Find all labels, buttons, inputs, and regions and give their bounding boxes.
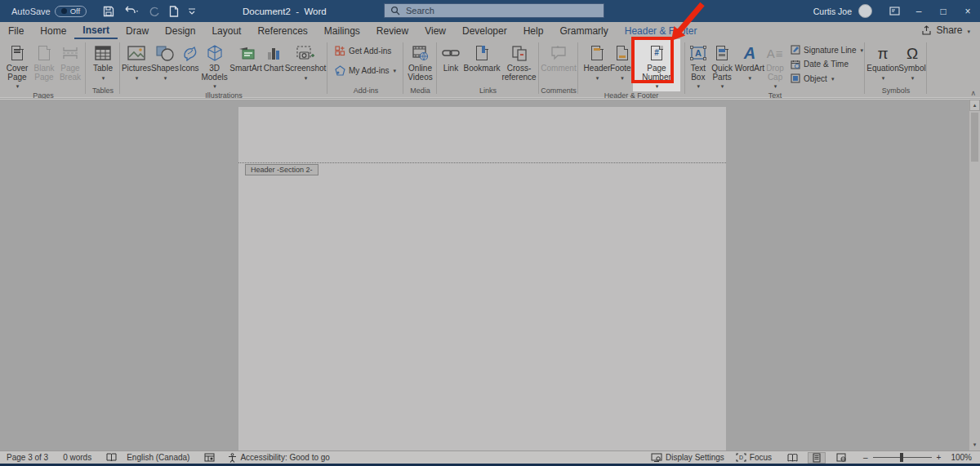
tab-help[interactable]: Help [515,23,552,39]
avatar[interactable] [858,4,872,18]
drop-cap-button[interactable]: A≡ Drop Cap [764,39,786,91]
group-illustrations: Pictures Shapes Icons 3D Models [122,39,326,97]
wordart-button[interactable]: A WordArt [735,39,765,82]
footer-button[interactable]: Footer [611,39,633,82]
chevron-down-icon [101,73,105,83]
online-videos-button[interactable]: Online Videos [405,39,435,82]
display-settings-button[interactable]: Display Settings [651,453,724,462]
bookmark-button[interactable]: Bookmark [463,39,501,73]
group-label-media: Media [405,87,435,97]
tab-home[interactable]: Home [32,23,74,39]
read-mode-button[interactable] [783,452,801,464]
language-indicator[interactable]: English (Canada) [127,453,189,462]
new-document-button[interactable] [169,6,179,17]
tab-insert[interactable]: Insert [74,23,118,39]
zoom-level[interactable]: 100% [951,453,972,462]
zoom-out-icon[interactable]: – [863,453,868,462]
pictures-button[interactable]: Pictures [122,39,151,82]
word-count[interactable]: 0 words [63,453,91,462]
group-links: Link Bookmark Cross-reference Links [439,39,537,97]
vertical-scrollbar[interactable]: ▴ ▾ [969,100,980,450]
header-button[interactable]: Header [583,39,611,82]
smartart-button[interactable]: SmartArt [229,39,262,73]
page-number-button[interactable]: # Page Number [633,39,680,91]
autosave-state: Off [70,7,81,16]
ribbon-display-options-button[interactable] [882,0,906,22]
signature-line-button[interactable]: Signature Line [791,43,863,56]
accessibility-status[interactable]: Accessibility: Good to go [228,453,330,463]
cover-page-icon [11,42,23,64]
quick-parts-button[interactable]: Quick Parts [710,39,735,91]
tab-grammarly[interactable]: Grammarly [551,23,616,39]
page-break-button[interactable]: Page Break [57,39,83,82]
zoom-slider-thumb[interactable] [900,453,903,462]
ribbon-tab-row: File Home Insert Draw Design Layout Refe… [0,22,980,39]
document-area: Header -Section 2- ▴ ▾ [0,99,980,450]
tab-view[interactable]: View [416,23,454,39]
group-pages: Cover Page Blank Page Page Break Pages [3,39,83,97]
screenshot-button[interactable]: Screenshot [285,39,326,82]
table-button[interactable]: Table [88,39,118,82]
tab-design[interactable]: Design [157,23,203,39]
3d-models-button[interactable]: 3D Models [199,39,229,91]
group-comments: Comment Comments [541,39,577,97]
macro-recording-icon[interactable] [204,453,215,462]
web-layout-button[interactable] [832,452,850,464]
collapse-ribbon-icon[interactable]: ∧ [970,89,976,97]
smartart-icon [236,42,256,64]
customize-quick-access-toolbar-button[interactable] [188,7,196,16]
symbol-button[interactable]: Ω Symbol [899,39,925,82]
autosave-toggle[interactable]: AutoSave Off [11,6,87,17]
close-button[interactable]: × [956,0,980,22]
tab-review[interactable]: Review [368,23,416,39]
tab-draw[interactable]: Draw [118,23,157,39]
pictures-icon [127,42,145,64]
user-name[interactable]: Curtis Joe [813,7,852,16]
tab-references[interactable]: References [249,23,315,39]
comment-button[interactable]: Comment [541,39,577,73]
zoom-in-icon[interactable]: + [937,453,942,462]
blank-page-button[interactable]: Blank Page [31,39,57,82]
document-page[interactable]: Header -Section 2- [238,107,726,450]
chevron-down-icon [655,82,659,91]
tab-mailings[interactable]: Mailings [316,23,368,39]
my-addins-button[interactable]: My Add-ins [335,64,396,77]
undo-button[interactable] [123,6,140,17]
chevron-down-icon [595,73,599,83]
autosave-pill[interactable]: Off [55,6,87,17]
text-box-button[interactable]: A Text Box [687,39,710,91]
shapes-button[interactable]: Shapes [151,39,179,82]
zoom-slider[interactable] [873,457,932,458]
icons-button[interactable]: Icons [179,39,199,73]
tab-layout[interactable]: Layout [203,23,249,39]
tab-header-footer[interactable]: Header & Footer [617,23,706,39]
minimize-button[interactable]: – [906,0,931,22]
proofing-icon[interactable] [106,453,117,462]
equation-button[interactable]: π Equation [866,39,899,82]
scrollbar-thumb[interactable] [971,113,978,162]
search-box[interactable] [384,3,604,18]
scroll-down-icon[interactable]: ▾ [969,439,980,450]
link-button[interactable]: Link [439,39,463,73]
focus-button[interactable]: D Focus [736,453,772,462]
search-input[interactable] [404,5,568,16]
print-layout-button[interactable] [808,452,826,464]
cover-page-button[interactable]: Cover Page [3,39,31,91]
object-button[interactable]: Object [791,72,863,85]
date-time-button[interactable]: Date & Time [791,58,863,70]
save-button[interactable] [103,6,114,17]
page-indicator[interactable]: Page 3 of 3 [7,453,48,462]
share-button[interactable]: Share [921,24,970,36]
maximize-button[interactable]: □ [931,0,956,22]
tab-developer[interactable]: Developer [454,23,515,39]
get-addins-button[interactable]: Get Add-ins [335,45,391,57]
3d-cube-icon [207,42,223,64]
tab-file[interactable]: File [0,23,32,39]
cross-reference-button[interactable]: Cross-reference [501,39,537,82]
share-label: Share [936,24,962,36]
title-bar: AutoSave Off Document2 - Word [0,0,980,22]
chart-button[interactable]: Chart [262,39,285,73]
screenshot-camera-icon [296,42,315,64]
scroll-up-icon[interactable]: ▴ [969,100,980,111]
redo-button[interactable] [149,6,160,17]
